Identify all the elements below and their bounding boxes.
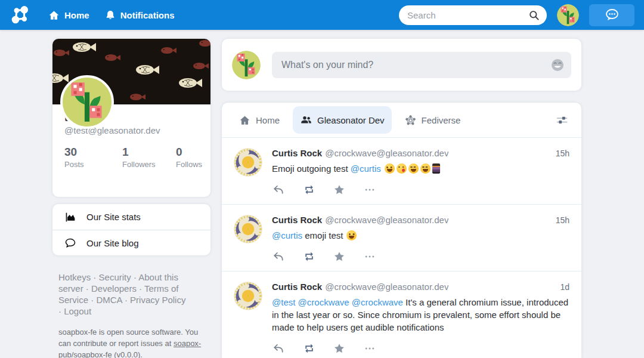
navbar-right: [399, 4, 637, 26]
post-text: Emoji outgoing test: [272, 163, 351, 174]
post: Curtis Rock @crockwave@gleasonator.dev 1…: [222, 137, 581, 204]
nav-item-notifications[interactable]: Notifications: [105, 10, 175, 21]
post: Curtis Rock @crockwave@gleasonator.dev 1…: [222, 204, 581, 271]
reply-button[interactable]: [272, 250, 285, 263]
site-blog-label: Our Site blog: [86, 238, 139, 248]
mention-link[interactable]: @curtis: [272, 230, 302, 240]
stat-followers[interactable]: 1 Followers: [122, 146, 176, 169]
post-author-avatar[interactable]: [234, 282, 262, 310]
profile-avatar[interactable]: [60, 75, 114, 129]
mention-link[interactable]: @crockwave: [298, 297, 349, 307]
reply-button[interactable]: [272, 342, 285, 355]
search-icon[interactable]: [528, 10, 540, 21]
chat-button[interactable]: [589, 4, 634, 26]
tab-home-label: Home: [256, 115, 280, 125]
stat-posts[interactable]: 30 Posts: [64, 146, 122, 169]
tab-gleasonator-dev[interactable]: Gleasonator Dev: [293, 106, 392, 134]
stat-posts-label: Posts: [64, 160, 122, 169]
favourite-button[interactable]: [333, 342, 346, 355]
footer-links: Hotkeys · Security · About this server ·…: [58, 271, 191, 317]
navbar-user-avatar[interactable]: [557, 4, 579, 26]
more-button[interactable]: [363, 342, 376, 355]
post-content: Emoji outgoing test @curtis: [272, 162, 569, 175]
compose-field: [272, 52, 571, 78]
post: Curtis Rock @crockwave@gleasonator.dev 1…: [222, 271, 581, 358]
post-author-handle: @crockwave@gleasonator.dev: [325, 148, 448, 158]
footer-version-text: (v0.0.0).: [112, 350, 143, 358]
post-actions: [272, 342, 569, 355]
stat-follows-value: 0: [176, 146, 202, 159]
soapbox-logo-icon[interactable]: [10, 4, 31, 26]
top-navbar: Home Notifications: [0, 0, 644, 30]
compose-input[interactable]: [272, 52, 571, 78]
footer-link[interactable]: Privacy Policy: [130, 295, 185, 305]
more-button[interactable]: [363, 250, 376, 263]
favourite-button[interactable]: [333, 250, 346, 263]
repost-button[interactable]: [302, 342, 315, 355]
timeline-tabbar: Home Gleasonator Dev Fediverse: [222, 103, 581, 137]
mention-link[interactable]: @crockwave: [352, 297, 403, 307]
tab-fediverse[interactable]: Fediverse: [398, 106, 468, 134]
site-blog-link[interactable]: Our Site blog: [52, 230, 210, 255]
repost-button[interactable]: [302, 250, 315, 263]
footer-about: soapbox-fe is open source software. You …: [58, 326, 210, 358]
stat-followers-label: Followers: [122, 160, 176, 169]
post-actions: [272, 250, 569, 263]
post-body: Curtis Rock @crockwave@gleasonator.dev 1…: [272, 148, 569, 196]
compose-avatar[interactable]: [232, 51, 261, 79]
fediverse-icon: [405, 115, 416, 126]
mention-link[interactable]: @test: [272, 297, 295, 307]
left-sidebar: test @test@gleasonator.dev 30 Posts 1 Fo…: [52, 39, 210, 358]
home-icon: [239, 115, 250, 126]
post-timestamp[interactable]: 1d: [560, 282, 569, 292]
post-header: Curtis Rock @crockwave@gleasonator.dev 1…: [272, 215, 569, 225]
post-body: Curtis Rock @crockwave@gleasonator.dev 1…: [272, 215, 569, 263]
profile-card: test @test@gleasonator.dev 30 Posts 1 Fo…: [52, 39, 210, 197]
post-author-handle: @crockwave@gleasonator.dev: [325, 282, 448, 292]
timeline-settings-button[interactable]: [556, 115, 568, 126]
nav-item-home[interactable]: Home: [48, 10, 89, 21]
search-wrap: [399, 5, 547, 25]
post-timestamp[interactable]: 15h: [556, 149, 569, 158]
mention-link[interactable]: @curtis: [351, 163, 381, 174]
post-author-name[interactable]: Curtis Rock: [272, 215, 322, 225]
footer-link[interactable]: Security: [99, 272, 131, 282]
footer-link[interactable]: DMCA: [96, 295, 122, 305]
footer-link[interactable]: Developers: [91, 283, 137, 294]
search-input[interactable]: [399, 5, 547, 25]
post-actions: [272, 183, 569, 196]
tab-fediverse-label: Fediverse: [422, 115, 461, 125]
post-author-name[interactable]: Curtis Rock: [272, 148, 322, 158]
more-button[interactable]: [363, 183, 376, 196]
stat-follows[interactable]: 0 Follows: [176, 146, 202, 169]
main-column: Home Gleasonator Dev Fediverse Curtis Ro…: [222, 39, 581, 358]
post-content: @curtis emoji test: [272, 229, 569, 242]
post-text: [381, 163, 383, 174]
favourite-button[interactable]: [333, 183, 346, 196]
grin-emoji: [408, 163, 419, 174]
sliders-icon: [556, 115, 568, 126]
post-author-avatar[interactable]: [234, 148, 262, 177]
post-text: emoji test: [302, 230, 346, 240]
emoji-picker-button[interactable]: [551, 58, 564, 72]
bell-icon: [105, 10, 116, 21]
repost-button[interactable]: [302, 183, 315, 196]
footer-link[interactable]: Hotkeys: [58, 272, 91, 282]
post-author-handle: @crockwave@gleasonator.dev: [325, 215, 448, 225]
tab-home[interactable]: Home: [232, 106, 287, 134]
page-content: test @test@gleasonator.dev 30 Posts 1 Fo…: [0, 30, 644, 358]
post-header: Curtis Rock @crockwave@gleasonator.dev 1…: [272, 282, 569, 292]
smile-emoji: [346, 230, 357, 240]
primary-nav: Home Notifications: [41, 10, 182, 21]
reply-button[interactable]: [272, 183, 285, 196]
post-author-avatar[interactable]: [234, 215, 262, 243]
site-stats-link[interactable]: Our Site stats: [52, 204, 210, 230]
site-stats-label: Our Site stats: [86, 212, 141, 222]
site-links-card: Our Site stats Our Site blog: [52, 204, 210, 255]
stat-posts-value: 30: [64, 146, 122, 159]
footer-link[interactable]: Logout: [64, 306, 91, 316]
post-timestamp[interactable]: 15h: [556, 215, 569, 225]
post-author-name[interactable]: Curtis Rock: [272, 282, 322, 292]
stat-follows-label: Follows: [176, 160, 202, 169]
nav-notifications-label: Notifications: [120, 10, 175, 20]
